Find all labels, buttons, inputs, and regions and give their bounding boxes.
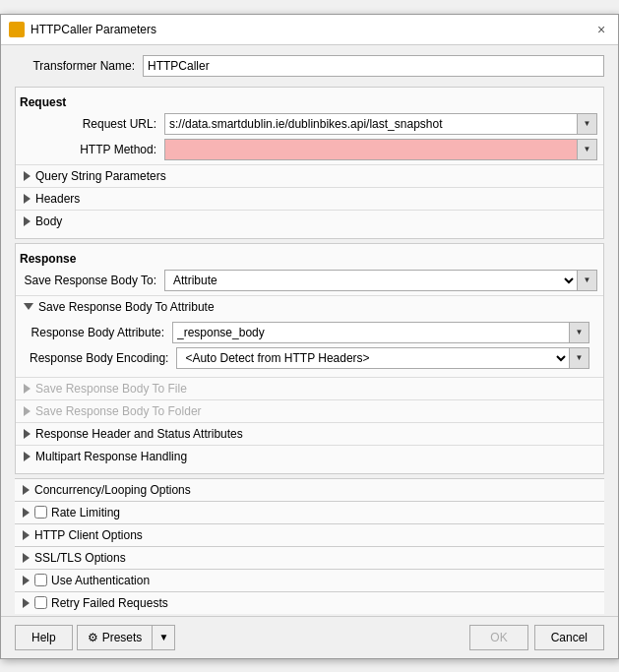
response-section: Response Save Response Body To: Attribut… [15, 243, 604, 474]
main-content: Transformer Name: Request Request URL: ▼… [1, 45, 618, 616]
response-header-collapse-icon [24, 429, 31, 439]
gear-icon: ⚙ [88, 631, 98, 644]
request-url-input[interactable] [164, 113, 578, 135]
body-label: Body [35, 214, 62, 228]
use-auth-section: Use Authentication [15, 569, 604, 591]
ssl-tls-header[interactable]: SSL/TLS Options [15, 547, 604, 569]
http-client-label: HTTP Client Options [34, 528, 143, 542]
response-body-attribute-label: Response Body Attribute: [30, 326, 172, 339]
svg-line-5 [23, 34, 24, 35]
svg-point-4 [17, 30, 23, 35]
request-section: Request Request URL: ▼ HTTP Method: ▼ [15, 87, 604, 239]
http-method-input[interactable] [164, 139, 578, 160]
presets-button-group: ⚙ Presets ▼ [77, 625, 176, 650]
multipart-header[interactable]: Multipart Response Handling [16, 446, 603, 467]
response-header-label: Response Header and Status Attributes [35, 427, 243, 441]
http-client-section: HTTP Client Options [15, 523, 604, 546]
headers-collapse-icon [24, 194, 31, 204]
concurrency-section: Concurrency/Looping Options [15, 478, 604, 501]
retry-header[interactable]: Retry Failed Requests [15, 592, 604, 614]
ssl-tls-section: SSL/TLS Options [15, 546, 604, 569]
http-client-header[interactable]: HTTP Client Options [15, 524, 604, 546]
response-body-encoding-select[interactable]: <Auto Detect from HTTP Headers> [176, 347, 570, 369]
rate-limiting-collapse-icon [23, 508, 30, 518]
cancel-button[interactable]: Cancel [534, 625, 604, 650]
content-area: Transformer Name: Request Request URL: ▼… [1, 45, 618, 616]
window-title: HTTPCaller Parameters [31, 23, 156, 36]
save-to-file-header[interactable]: Save Response Body To File [16, 378, 603, 399]
save-to-attribute-collapse-icon [24, 303, 33, 310]
presets-label: Presets [102, 631, 143, 644]
http-method-row: HTTP Method: ▼ [16, 139, 603, 160]
save-to-folder-header[interactable]: Save Response Body To Folder [16, 400, 603, 422]
headers-header[interactable]: Headers [16, 188, 603, 210]
save-to-folder-section: Save Response Body To Folder [16, 399, 603, 422]
save-response-body-to-row: Save Response Body To: Attribute ▼ [16, 270, 603, 291]
request-url-input-group: ▼ [164, 113, 597, 135]
save-response-body-to-dropdown-btn[interactable]: ▼ [578, 270, 597, 291]
response-body-attribute-input[interactable] [172, 322, 570, 343]
use-auth-checkbox-row: Use Authentication [34, 574, 150, 587]
retry-checkbox[interactable] [34, 596, 47, 609]
save-to-file-label: Save Response Body To File [35, 382, 187, 396]
bottom-right-buttons: OK Cancel [469, 625, 604, 650]
close-button[interactable]: × [592, 21, 610, 38]
save-to-attribute-content: Response Body Attribute: ▼ Response Body… [16, 318, 603, 377]
save-to-attribute-section: Save Response Body To Attribute Response… [16, 295, 603, 377]
transformer-name-row: Transformer Name: [15, 55, 604, 77]
concurrency-header[interactable]: Concurrency/Looping Options [15, 479, 604, 501]
body-header[interactable]: Body [16, 211, 603, 232]
save-to-attribute-header[interactable]: Save Response Body To Attribute [16, 296, 603, 318]
retry-checkbox-row: Retry Failed Requests [34, 596, 168, 610]
title-bar: HTTPCaller Parameters × [1, 15, 618, 45]
rate-limiting-header[interactable]: Rate Limiting [15, 502, 604, 523]
use-auth-checkbox[interactable] [34, 574, 47, 586]
response-body-encoding-input-group: <Auto Detect from HTTP Headers> ▼ [176, 347, 589, 369]
retry-collapse-icon [23, 598, 30, 608]
response-header-header[interactable]: Response Header and Status Attributes [16, 423, 603, 445]
headers-section: Headers [16, 187, 603, 210]
save-to-attribute-label: Save Response Body To Attribute [38, 300, 215, 314]
window-icon [9, 22, 25, 37]
response-header-section: Response Header and Status Attributes [16, 422, 603, 445]
request-url-row: Request URL: ▼ [16, 113, 603, 135]
http-method-dropdown-btn[interactable]: ▼ [578, 139, 597, 160]
concurrency-label: Concurrency/Looping Options [34, 483, 191, 497]
save-response-body-to-select[interactable]: Attribute [164, 270, 578, 291]
response-body-encoding-dropdown-btn[interactable]: ▼ [570, 347, 589, 369]
concurrency-collapse-icon [23, 485, 30, 495]
body-collapse-icon [24, 216, 31, 226]
bottom-left-buttons: Help ⚙ Presets ▼ [15, 625, 175, 650]
response-body-encoding-label: Response Body Encoding: [30, 351, 176, 365]
body-section: Body [16, 210, 603, 232]
multipart-collapse-icon [24, 452, 31, 461]
presets-main-button[interactable]: ⚙ Presets [77, 625, 153, 650]
rate-limiting-label: Rate Limiting [51, 506, 120, 519]
use-auth-header[interactable]: Use Authentication [15, 570, 604, 591]
query-string-header[interactable]: Query String Parameters [16, 165, 603, 187]
help-button[interactable]: Help [15, 625, 73, 650]
rate-limiting-checkbox-row: Rate Limiting [34, 506, 120, 519]
svg-rect-2 [11, 24, 13, 35]
save-to-file-section: Save Response Body To File [16, 377, 603, 399]
save-to-folder-collapse-icon [24, 406, 31, 416]
http-client-collapse-icon [23, 530, 30, 540]
title-bar-left: HTTPCaller Parameters [9, 22, 156, 37]
response-body-attribute-input-group: ▼ [172, 322, 589, 343]
retry-section: Retry Failed Requests [15, 591, 604, 614]
response-body-attribute-dropdown-btn[interactable]: ▼ [570, 322, 589, 343]
save-to-file-collapse-icon [24, 384, 31, 394]
multipart-section: Multipart Response Handling [16, 445, 603, 467]
ok-button[interactable]: OK [469, 625, 527, 650]
ssl-tls-label: SSL/TLS Options [34, 551, 126, 565]
ssl-tls-collapse-icon [23, 553, 30, 563]
presets-arrow-button[interactable]: ▼ [152, 625, 175, 650]
headers-label: Headers [35, 192, 80, 206]
httpcaller-parameters-window: HTTPCaller Parameters × Transformer Name… [0, 14, 619, 659]
transformer-name-input[interactable] [143, 55, 604, 77]
rate-limiting-checkbox[interactable] [34, 506, 47, 519]
response-section-title: Response [16, 250, 603, 270]
request-url-dropdown-btn[interactable]: ▼ [578, 113, 597, 135]
save-response-body-to-label: Save Response Body To: [22, 274, 164, 287]
save-to-folder-label: Save Response Body To Folder [35, 404, 202, 418]
